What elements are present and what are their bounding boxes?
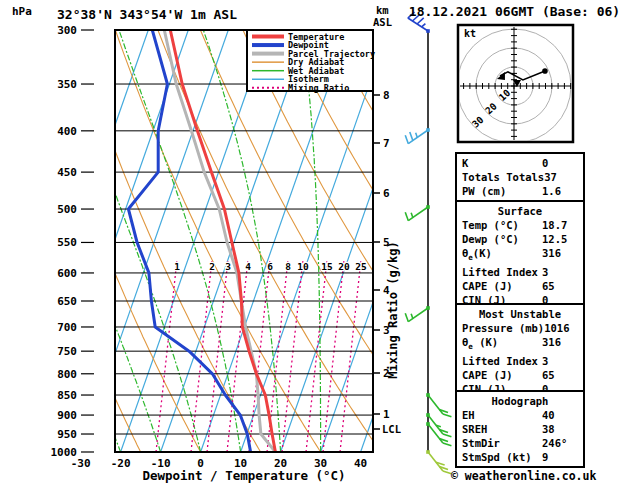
wind-barb xyxy=(405,306,430,321)
row-label: Pressure (mb) xyxy=(462,321,544,335)
pressure-tick-label: 550 xyxy=(57,236,77,249)
pressure-tick-label: 900 xyxy=(57,409,77,422)
pressure-tick-label: 500 xyxy=(57,203,77,216)
wind-barb xyxy=(405,128,430,143)
pressure-tick-label: 750 xyxy=(57,345,77,358)
pressure-tick-label: 650 xyxy=(57,295,77,308)
pressure-tick-label: 600 xyxy=(57,267,77,280)
mixing-ratio-value: 6 xyxy=(267,261,273,272)
row-value: 40 xyxy=(542,408,578,422)
stats-box-hodograph: HodographEH40SREH38StmDir246°StmSpd (kt)… xyxy=(455,390,585,468)
row-label: θe (K) xyxy=(462,335,498,354)
table-row: θe (K)316 xyxy=(457,335,583,354)
table-row: θe(K)316 xyxy=(457,246,583,265)
row-value: 0 xyxy=(542,156,578,170)
row-label: StmSpd (kt) xyxy=(462,450,532,464)
legend-label: Mixing Ratio xyxy=(288,83,349,93)
row-label: SREH xyxy=(462,422,487,436)
row-value: 12.5 xyxy=(542,232,578,246)
temp-tick-label: -20 xyxy=(111,457,131,470)
row-label: Temp (°C) xyxy=(462,218,519,232)
pressure-tick-label: 950 xyxy=(57,428,77,441)
x-axis-title: Dewpoint / Temperature (°C) xyxy=(142,468,345,483)
row-label: K xyxy=(462,156,468,170)
row-label: θe(K) xyxy=(462,246,492,265)
pressure-unit-label: hPa xyxy=(12,5,32,18)
stats-box-surface: SurfaceTemp (°C)18.7Dewp (°C)12.5θe(K)31… xyxy=(455,200,585,311)
km-tick-label: 8 xyxy=(383,89,390,102)
mixing-ratio-value: 15 xyxy=(321,261,333,272)
km-tick-label: 7 xyxy=(383,137,390,150)
row-label: Lifted Index xyxy=(462,265,538,279)
mixing-ratio-axis-title: Mixing Ratio (g/kg) xyxy=(386,241,400,378)
pressure-tick-label: 450 xyxy=(57,166,77,179)
sounding-page: 12346810152025 TemperatureDewpointParcel… xyxy=(0,0,629,486)
row-label: StmDir xyxy=(462,436,500,450)
row-value: 246° xyxy=(542,436,578,450)
stats-box-title: Hodograph xyxy=(457,394,583,408)
km-tick-label: 1 xyxy=(383,408,390,421)
mixing-ratio-value: 25 xyxy=(355,261,367,272)
table-row: PW (cm)1.6 xyxy=(457,184,583,198)
table-row: CAPE (J)65 xyxy=(457,368,583,382)
table-row: Dewp (°C)12.5 xyxy=(457,232,583,246)
row-value: 38 xyxy=(542,422,578,436)
row-value: 18.7 xyxy=(542,218,578,232)
pressure-tick-label: 350 xyxy=(57,78,77,91)
km-unit-label: km xyxy=(376,4,389,16)
asl-unit-label: ASL xyxy=(373,16,392,28)
km-tick-label: 6 xyxy=(383,187,390,200)
pressure-tick-label: 700 xyxy=(57,321,77,334)
stats-box-indices: K0Totals Totals37PW (cm)1.6 xyxy=(455,152,585,202)
mixing-ratio-value: 10 xyxy=(297,261,309,272)
stats-box-title: Surface xyxy=(457,204,583,218)
hodograph-panel: 102030 kt xyxy=(457,25,573,143)
row-label: Lifted Index xyxy=(462,354,538,368)
table-row: Lifted Index3 xyxy=(457,354,583,368)
page-title: 32°38'N 343°54'W 1m ASL xyxy=(57,7,237,22)
mixing-ratio-value: 3 xyxy=(225,261,231,272)
row-label: CAPE (J) xyxy=(462,279,513,293)
datetime-header: 18.12.2021 06GMT (Base: 06) xyxy=(400,4,629,19)
row-value: 65 xyxy=(542,368,578,382)
table-row: SREH38 xyxy=(457,422,583,436)
row-label: PW (cm) xyxy=(462,184,506,198)
table-row: CAPE (J)65 xyxy=(457,279,583,293)
lcl-label: LCL xyxy=(382,423,401,435)
plot-frame xyxy=(115,30,373,452)
wind-barb-staff xyxy=(405,12,451,474)
wind-barb xyxy=(426,413,451,437)
row-label: CAPE (J) xyxy=(462,368,513,382)
mixing-ratio-value: 4 xyxy=(245,261,251,272)
table-row: K0 xyxy=(457,156,583,170)
wind-barb xyxy=(426,393,451,417)
mixing-ratio-value: 2 xyxy=(209,261,215,272)
row-value: 65 xyxy=(542,279,578,293)
pressure-gridlines xyxy=(115,84,373,452)
legend: TemperatureDewpointParcel TrajectoryDry … xyxy=(247,30,375,93)
hodograph-unit-label: kt xyxy=(464,28,476,39)
pressure-tick-label: 400 xyxy=(57,125,77,138)
wind-barb xyxy=(405,205,430,220)
row-value: 1.6 xyxy=(542,184,578,198)
table-row: StmDir246° xyxy=(457,436,583,450)
mixing-ratio-value: 20 xyxy=(338,261,350,272)
row-value: 9 xyxy=(542,450,578,464)
mixing-ratio-labels: 12346810152025 xyxy=(174,261,367,272)
row-value: 3 xyxy=(542,265,578,279)
row-value: 37 xyxy=(544,170,578,184)
stats-box-title: Most Unstable xyxy=(457,307,583,321)
table-row: Lifted Index3 xyxy=(457,265,583,279)
table-row: EH40 xyxy=(457,408,583,422)
table-row: Temp (°C)18.7 xyxy=(457,218,583,232)
row-value: 1016 xyxy=(544,321,578,335)
temp-tick-label: 40 xyxy=(354,457,367,470)
wind-barb xyxy=(426,450,451,474)
row-value: 316 xyxy=(542,246,578,265)
table-row: Pressure (mb)1016 xyxy=(457,321,583,335)
mixing-ratio-value: 1 xyxy=(174,261,180,272)
row-label: Dewp (°C) xyxy=(462,232,519,246)
mixing-ratio-value: 8 xyxy=(285,261,291,272)
table-row: Totals Totals37 xyxy=(457,170,583,184)
temp-tick-label: -30 xyxy=(71,457,91,470)
